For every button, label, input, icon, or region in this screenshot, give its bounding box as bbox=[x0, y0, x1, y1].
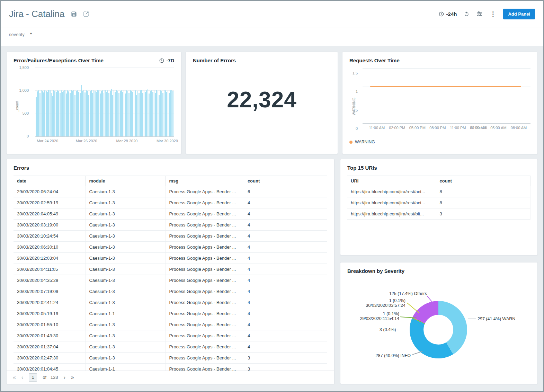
last-page-button[interactable]: » bbox=[71, 375, 74, 380]
bar bbox=[100, 93, 101, 136]
bar bbox=[108, 93, 109, 136]
dashboard-time-range[interactable]: -24h bbox=[438, 11, 457, 17]
uris-table-body: https://jira.bluechip.com/jira/rest/act.… bbox=[347, 186, 530, 220]
requests-xticks: 30 Mar 20 11:00 AM02:00 PM05:00 PM08:00 … bbox=[363, 124, 530, 136]
bar bbox=[131, 91, 132, 136]
panel-header[interactable]: Errors bbox=[14, 165, 327, 171]
panel-time-range[interactable]: -7D bbox=[159, 58, 174, 63]
bar bbox=[68, 91, 69, 136]
table-row[interactable]: 30/03/2020:04:35:29Caesium-1-3Process Go… bbox=[14, 275, 327, 286]
callout-slice-1: 1 (0.1%) 30/03/2020:03:57:24 bbox=[350, 298, 405, 308]
table-row[interactable]: https://jira.bluechip.com/jira/rest/bit.… bbox=[347, 208, 530, 220]
table-row[interactable]: 30/03/2020:03:19:00Caesium-1-3Process Go… bbox=[14, 220, 327, 231]
table-row[interactable]: 30/03/2020:12:03:04Caesium-1-3Process Go… bbox=[14, 253, 327, 264]
table-row[interactable]: 30/03/2020:01:43:30Caesium-1-3Process Go… bbox=[14, 330, 327, 341]
next-page-button[interactable]: › bbox=[63, 375, 65, 380]
panel-header[interactable]: Breakdown by Severity bbox=[347, 268, 530, 274]
bar bbox=[144, 91, 145, 136]
column-header-uri[interactable]: URI bbox=[347, 176, 436, 186]
bar bbox=[156, 90, 157, 136]
panel-top-uris: Top 15 URIs URI count https://jira.bluec… bbox=[340, 159, 538, 255]
table-row[interactable]: https://jira.bluechip.com/jira/rest/act.… bbox=[347, 186, 530, 197]
clock-icon bbox=[159, 58, 164, 63]
panel-header[interactable]: Error/Failures/Exceptions Over Time -7D bbox=[14, 57, 174, 63]
table-row[interactable]: 30/03/2020:07:19:09Caesium-1-3Process Go… bbox=[14, 286, 327, 297]
bar bbox=[70, 93, 71, 136]
x-tick: 02:00 PM bbox=[389, 126, 405, 130]
bar bbox=[48, 90, 49, 136]
first-page-button[interactable]: « bbox=[13, 375, 16, 380]
topbar-title-row: Jira - Catalina -24h bbox=[1, 1, 543, 27]
bar bbox=[47, 92, 48, 136]
bar bbox=[127, 91, 128, 136]
clock-icon bbox=[438, 11, 444, 17]
bar bbox=[171, 90, 172, 136]
table-row[interactable]: 30/03/2020:10:24:54Caesium-1-3Process Go… bbox=[14, 231, 327, 242]
column-header-module[interactable]: module bbox=[86, 176, 166, 186]
severity-donut[interactable] bbox=[410, 301, 467, 358]
column-header-count[interactable]: count bbox=[436, 176, 530, 186]
bar bbox=[51, 93, 52, 136]
panel-title: Errors bbox=[14, 165, 29, 171]
bar bbox=[130, 90, 131, 136]
bar bbox=[148, 89, 149, 136]
x-tick: 02:00 AM bbox=[470, 126, 486, 130]
callout-warn: 297 (41.4%) WARN bbox=[478, 317, 515, 321]
filter-settings-icon[interactable] bbox=[476, 11, 483, 17]
bar bbox=[118, 93, 119, 136]
panel-header[interactable]: Requests Over Time bbox=[349, 57, 530, 63]
add-panel-button[interactable]: Add Panel bbox=[503, 9, 535, 19]
table-row[interactable]: 30/03/2020:01:37:04Caesium-1-3Process Go… bbox=[14, 341, 327, 353]
column-header-date[interactable]: date bbox=[14, 176, 86, 186]
page-number-input[interactable]: 1 bbox=[29, 373, 37, 382]
bar bbox=[43, 92, 44, 136]
table-row[interactable]: 29/03/2020:06:24:04Caesium-1-3Process Go… bbox=[14, 186, 327, 197]
table-row[interactable]: https://jira.bluechip.com/jira/rest/act.… bbox=[347, 197, 530, 208]
bar bbox=[158, 91, 159, 136]
bar bbox=[57, 90, 58, 136]
table-row[interactable]: 30/03/2020:05:19:19Caesium-1-1Process Go… bbox=[14, 308, 327, 319]
bar bbox=[66, 93, 67, 136]
previous-page-button[interactable]: ‹ bbox=[21, 375, 23, 380]
bar bbox=[128, 93, 130, 136]
bar bbox=[135, 90, 136, 136]
bar bbox=[39, 93, 41, 136]
bar bbox=[78, 92, 79, 136]
line-chart[interactable]: WARNING 1.5 1 0.5 0 30 Mar 20 11:00 AM02… bbox=[349, 68, 530, 144]
table-row[interactable]: 30/03/2020:02:47:30Caesium-1-3Process Go… bbox=[14, 353, 327, 364]
column-header-msg[interactable]: msg bbox=[166, 176, 244, 186]
bar bbox=[126, 90, 127, 136]
bar bbox=[134, 90, 135, 136]
bar bbox=[63, 91, 64, 136]
bar bbox=[132, 92, 133, 136]
save-icon[interactable] bbox=[71, 11, 77, 17]
table-row[interactable]: 30/03/2020:02:41:24Caesium-1-3Process Go… bbox=[14, 297, 327, 308]
table-row[interactable]: 30/03/2020:01:55:10Caesium-1-3Process Go… bbox=[14, 319, 327, 330]
total-pages: 133 bbox=[51, 375, 58, 380]
bar bbox=[122, 92, 123, 136]
panel-severity-breakdown: Breakdown by Severity 125 (17.4%) Others… bbox=[340, 262, 538, 384]
bar bbox=[71, 90, 72, 136]
column-header-count[interactable]: count bbox=[244, 176, 327, 186]
bar-chart[interactable]: _count 1,500 1,000 500 0 Mar 24 2020 Mar… bbox=[14, 68, 174, 145]
table-row[interactable]: 30/03/2020:04:11:05Caesium-1-3Process Go… bbox=[14, 264, 327, 275]
bar bbox=[151, 90, 152, 136]
legend-item-warning[interactable]: WARNING bbox=[349, 140, 530, 144]
share-icon[interactable] bbox=[83, 11, 89, 17]
bar bbox=[142, 93, 143, 136]
refresh-icon[interactable] bbox=[464, 11, 470, 17]
bar bbox=[80, 93, 81, 136]
table-row[interactable]: 30/03/2020:04:05:49Caesium-1-3Process Go… bbox=[14, 208, 327, 220]
bar bbox=[145, 92, 146, 136]
donut-chart: 125 (17.4%) Others 1 (0.1%) 30/03/2020:0… bbox=[347, 275, 530, 378]
table-row[interactable]: 30/03/2020:02:59:19Caesium-1-3Process Go… bbox=[14, 197, 327, 208]
bar bbox=[115, 92, 116, 136]
kebab-menu-icon[interactable]: ⋮ bbox=[490, 11, 496, 17]
panel-title: Requests Over Time bbox=[349, 57, 400, 63]
panel-header[interactable]: Top 15 URIs bbox=[347, 165, 530, 171]
bar bbox=[58, 91, 59, 136]
bar bbox=[60, 93, 61, 136]
table-row[interactable]: 30/03/2020:06:30:10Caesium-1-3Process Go… bbox=[14, 242, 327, 253]
panel-header[interactable]: Number of Errors bbox=[193, 57, 331, 63]
severity-filter-input[interactable] bbox=[29, 31, 86, 39]
